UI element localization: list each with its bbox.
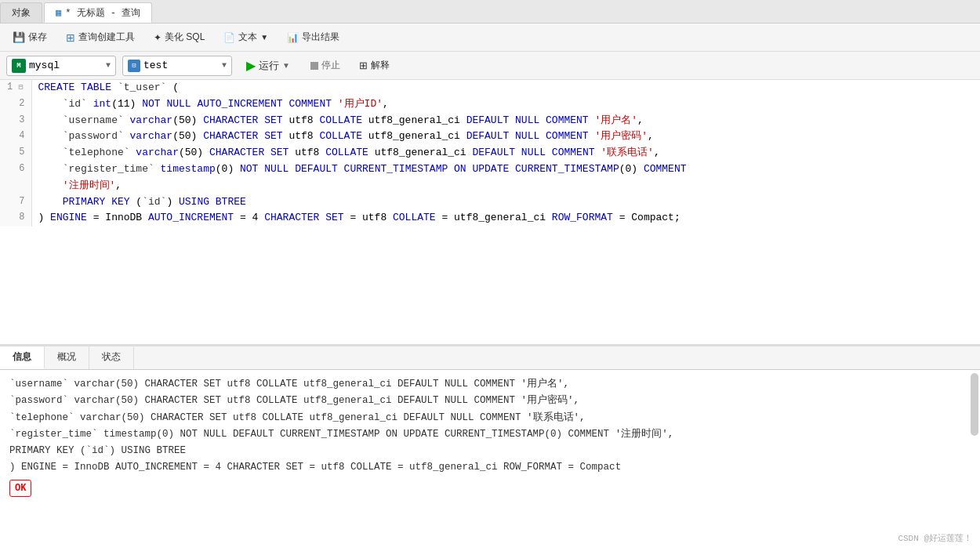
tab-info[interactable]: 信息 bbox=[0, 346, 45, 369]
table-row: 1 ⊟CREATE TABLE `t_user` ( bbox=[0, 80, 980, 96]
tab-status[interactable]: 状态 bbox=[89, 346, 134, 369]
export-label: 导出结果 bbox=[302, 31, 339, 44]
beautify-button[interactable]: ✦ 美化 SQL bbox=[147, 28, 211, 46]
bottom-content-area: `username` varchar(50) CHARACTER SET utf… bbox=[0, 370, 980, 551]
query-builder-button[interactable]: ⊞ 查询创建工具 bbox=[60, 28, 141, 46]
app-layout: 对象 ▦ * 无标题 - 查询 保存 ⊞ 查询创建工具 ✦ 美化 SQL 📄 文… bbox=[0, 0, 980, 551]
export-button[interactable]: 📊 导出结果 bbox=[281, 28, 346, 46]
tab-query[interactable]: ▦ * 无标题 - 查询 bbox=[44, 2, 152, 23]
db-type-label: mysql bbox=[29, 60, 60, 71]
info-line: PRIMARY KEY (`id`) USING BTREE bbox=[9, 443, 971, 459]
stop-label: 停止 bbox=[321, 59, 340, 72]
explain-label: 解释 bbox=[371, 59, 390, 72]
text-dropdown-icon: ▼ bbox=[260, 33, 268, 42]
export-icon: 📊 bbox=[287, 32, 299, 43]
tab-objects[interactable]: 对象 bbox=[0, 2, 42, 23]
sql-editor[interactable]: 1 ⊟CREATE TABLE `t_user` (2 `id` int(11)… bbox=[0, 80, 980, 346]
text-label: 文本 bbox=[238, 31, 257, 44]
code-table: 1 ⊟CREATE TABLE `t_user` (2 `id` int(11)… bbox=[0, 80, 980, 227]
explain-button[interactable]: ⊞ 解释 bbox=[353, 56, 396, 74]
database-icon: ⊟ bbox=[128, 60, 140, 72]
beautify-label: 美化 SQL bbox=[165, 31, 205, 44]
table-row: 2 `id` int(11) NOT NULL AUTO_INCREMENT C… bbox=[0, 96, 980, 113]
csdn-watermark: CSDN @好运莲莲！ bbox=[898, 531, 972, 546]
save-icon bbox=[13, 31, 25, 43]
text-button[interactable]: 📄 文本 ▼ bbox=[217, 28, 274, 46]
run-button[interactable]: ▶ 运行 ▼ bbox=[238, 56, 298, 75]
tab-objects-label: 对象 bbox=[12, 6, 31, 20]
bottom-panel: 信息 概况 状态 `username` varchar(50) CHARACTE… bbox=[0, 346, 980, 551]
table-row: 8) ENGINE = InnoDB AUTO_INCREMENT = 4 CH… bbox=[0, 210, 980, 227]
save-button[interactable]: 保存 bbox=[6, 28, 53, 46]
query-builder-icon: ⊞ bbox=[66, 31, 75, 44]
ok-badge: OK bbox=[9, 480, 31, 497]
fold-icon: ⊟ bbox=[18, 83, 23, 92]
table-row: '注册时间', bbox=[0, 178, 980, 194]
table-row: 3 `username` varchar(50) CHARACTER SET u… bbox=[0, 113, 980, 129]
db-name-dropdown-icon: ▼ bbox=[222, 61, 227, 70]
info-line: `register_time` timestamp(0) NOT NULL DE… bbox=[9, 426, 971, 443]
info-line: ) ENGINE = InnoDB AUTO_INCREMENT = 4 CHA… bbox=[9, 459, 971, 476]
run-label: 运行 bbox=[259, 59, 279, 73]
run-dropdown-icon: ▼ bbox=[282, 61, 290, 70]
save-label: 保存 bbox=[28, 31, 47, 44]
db-type-selector[interactable]: M mysql ▼ bbox=[6, 56, 116, 76]
info-line: `password` varchar(50) CHARACTER SET utf… bbox=[9, 393, 971, 409]
stop-button[interactable]: 停止 bbox=[304, 56, 347, 74]
db-type-dropdown-icon: ▼ bbox=[106, 61, 111, 70]
table-row: 7 PRIMARY KEY (`id`) USING BTREE bbox=[0, 194, 980, 211]
text-icon: 📄 bbox=[223, 32, 235, 43]
info-line: `username` varchar(50) CHARACTER SET utf… bbox=[9, 376, 971, 393]
mysql-icon: M bbox=[12, 59, 26, 73]
bottom-tab-bar: 信息 概况 状态 bbox=[0, 346, 980, 370]
explain-icon: ⊞ bbox=[359, 60, 368, 71]
query-builder-label: 查询创建工具 bbox=[78, 31, 135, 44]
stop-icon bbox=[310, 62, 318, 70]
tab-bar: 对象 ▦ * 无标题 - 查询 bbox=[0, 0, 980, 24]
table-icon: ▦ bbox=[56, 7, 61, 19]
tab-overview[interactable]: 概况 bbox=[45, 346, 89, 369]
beautify-icon: ✦ bbox=[154, 32, 162, 43]
tab-query-label: * 无标题 - 查询 bbox=[65, 6, 140, 20]
table-row: 5 `telephone` varchar(50) CHARACTER SET … bbox=[0, 145, 980, 161]
toolbar: 保存 ⊞ 查询创建工具 ✦ 美化 SQL 📄 文本 ▼ 📊 导出结果 bbox=[0, 24, 980, 52]
db-name-label: test bbox=[143, 60, 168, 71]
play-icon: ▶ bbox=[246, 58, 256, 73]
db-name-selector[interactable]: ⊟ test ▼ bbox=[122, 56, 232, 76]
table-row: 6 `register_time` timestamp(0) NOT NULL … bbox=[0, 161, 980, 178]
connection-bar: M mysql ▼ ⊟ test ▼ ▶ 运行 ▼ 停止 ⊞ 解释 bbox=[0, 52, 980, 80]
table-row: 4 `password` varchar(50) CHARACTER SET u… bbox=[0, 129, 980, 145]
scrollbar[interactable] bbox=[971, 373, 978, 436]
info-line: `telephone` varchar(50) CHARACTER SET ut… bbox=[9, 410, 971, 426]
